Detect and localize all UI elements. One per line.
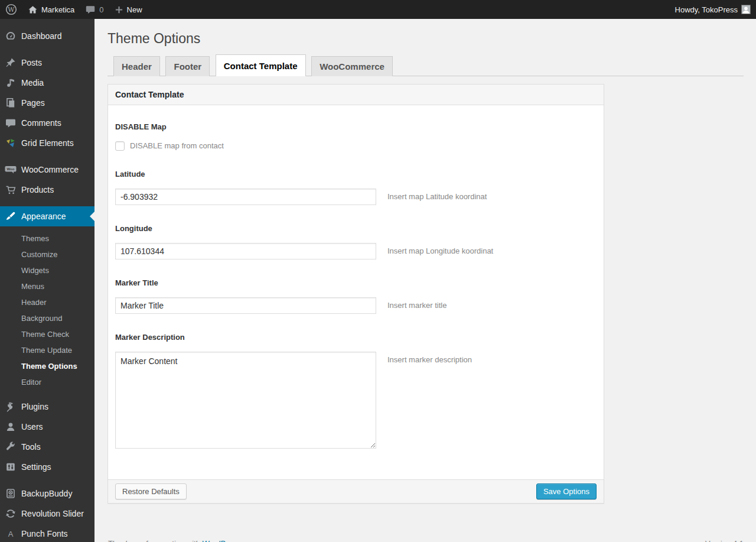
restore-defaults-button[interactable]: Restore Defaults [115, 483, 187, 499]
sidebar-item-pages[interactable]: Pages [0, 93, 94, 113]
sidebar-item-label: Appearance [21, 212, 66, 221]
marker-title-input[interactable] [115, 297, 376, 314]
svg-text:A: A [8, 530, 14, 538]
home-icon [28, 5, 38, 15]
media-icon [0, 77, 21, 89]
site-name-menu[interactable]: Marketica [22, 0, 80, 19]
sidebar-item-label: Settings [21, 462, 51, 472]
checkbox-label: DISABLE map from contact [130, 141, 224, 150]
sidebar-item-label: Products [21, 185, 54, 194]
sidebar-item-dashboard[interactable]: Dashboard [0, 26, 94, 46]
control-row: Insert marker title [115, 297, 597, 314]
dashboard-icon [0, 30, 21, 42]
howdy-text: Howdy, TokoPress [675, 5, 738, 14]
tab-footer[interactable]: Footer [165, 56, 210, 76]
submenu-item-widgets[interactable]: Widgets [0, 262, 94, 278]
submenu-item-theme-update[interactable]: Theme Update [0, 342, 94, 358]
tab-woocommerce[interactable]: WooCommerce [311, 56, 393, 76]
latitude-field: Latitude Insert map Latitude koordinat [115, 170, 597, 205]
checkbox-row: DISABLE map from contact [115, 141, 597, 151]
submenu-item-background[interactable]: Background [0, 310, 94, 326]
field-label: Longitude [115, 224, 597, 233]
main-content: Theme Options Header Footer Contact Temp… [94, 19, 756, 542]
new-content-menu[interactable]: New [109, 0, 148, 19]
tab-bar: Header Footer Contact Template WooCommer… [107, 54, 744, 76]
sidebar-item-label: Tools [21, 442, 41, 452]
thanks-text: Thank you for creating with WordPress. [107, 539, 242, 542]
svg-text:W: W [8, 6, 15, 14]
plus-icon [115, 5, 123, 14]
contact-template-panel: Contact Template DISABLE Map DISABLE map… [107, 84, 604, 504]
svg-text:Woo: Woo [7, 167, 15, 171]
comments-icon [0, 117, 21, 129]
my-account-menu[interactable]: Howdy, TokoPress [670, 0, 756, 19]
sidebar-item-grid-elements[interactable]: Grid Elements [0, 133, 94, 153]
wordpress-logo-icon: W [5, 4, 17, 15]
refresh-cycle-icon [0, 508, 21, 520]
sidebar-item-label: Plugins [21, 402, 48, 411]
longitude-input[interactable] [115, 243, 376, 259]
wordpress-menu[interactable]: W [0, 0, 22, 19]
pages-icon [0, 97, 21, 109]
submenu-item-theme-check[interactable]: Theme Check [0, 326, 94, 342]
sidebar-item-label: Comments [21, 118, 61, 128]
wordpress-link[interactable]: WordPress [202, 539, 240, 542]
tab-header[interactable]: Header [113, 56, 160, 76]
sidebar-item-backupbuddy[interactable]: BackupBuddy [0, 483, 94, 504]
sidebar-item-products[interactable]: Products [0, 180, 94, 200]
field-hint: Insert map Latitude koordinat [387, 189, 487, 201]
disable-map-checkbox[interactable] [115, 141, 125, 151]
sidebar-separator [0, 46, 94, 53]
comments-menu[interactable]: 0 [80, 0, 109, 19]
field-hint: Insert marker description [387, 352, 472, 364]
thanks-prefix: Thank you for creating with [107, 539, 202, 542]
sidebar-item-users[interactable]: Users [0, 417, 94, 437]
submenu-item-header[interactable]: Header [0, 294, 94, 310]
sidebar-item-woocommerce[interactable]: Woo WooCommerce [0, 160, 94, 180]
site-name: Marketica [41, 5, 74, 14]
sidebar-item-label: Revolution Slider [21, 509, 84, 518]
sidebar-item-punch-fonts[interactable]: A Punch Fonts [0, 524, 94, 542]
backupbuddy-icon [0, 488, 21, 499]
submenu-item-customize[interactable]: Customize [0, 246, 94, 262]
plugin-icon [0, 401, 21, 413]
longitude-field: Longitude Insert map Longitude koordinat [115, 224, 597, 259]
sidebar-separator [0, 153, 94, 160]
disable-map-field: DISABLE Map DISABLE map from contact [115, 122, 597, 151]
admin-bar: W Marketica 0 New Howdy, TokoPress [0, 0, 756, 19]
sidebar-item-revolution-slider[interactable]: Revolution Slider [0, 504, 94, 524]
woocommerce-icon: Woo [0, 164, 21, 176]
field-hint: Insert marker title [387, 297, 447, 310]
sidebar-item-media[interactable]: Media [0, 73, 94, 93]
sidebar-item-label: Dashboard [21, 31, 62, 41]
save-options-button[interactable]: Save Options [536, 483, 597, 499]
sidebar-item-tools[interactable]: Tools [0, 437, 94, 457]
sidebar-item-label: Posts [21, 58, 42, 67]
submenu-item-themes[interactable]: Themes [0, 231, 94, 246]
version-text: Version 4.1 [705, 539, 744, 542]
page-footer: Thank you for creating with WordPress. V… [107, 504, 744, 542]
sidebar-item-label: Grid Elements [21, 138, 74, 148]
page-title: Theme Options [107, 19, 744, 54]
marker-description-field: Marker Description Insert marker descrip… [115, 333, 597, 449]
sidebar-item-label: Users [21, 422, 43, 431]
latitude-input[interactable] [115, 189, 376, 205]
panel-footer: Restore Defaults Save Options [108, 479, 604, 503]
sidebar-item-posts[interactable]: Posts [0, 53, 94, 73]
sidebar-item-plugins[interactable]: Plugins [0, 397, 94, 417]
submenu-item-theme-options[interactable]: Theme Options [0, 358, 94, 374]
sidebar-item-label: Punch Fonts [21, 529, 68, 538]
field-label: Marker Description [115, 333, 597, 342]
submenu-item-menus[interactable]: Menus [0, 278, 94, 294]
new-label: New [127, 5, 142, 14]
field-label: DISABLE Map [115, 122, 597, 131]
tab-contact-template[interactable]: Contact Template [216, 54, 306, 76]
submenu-item-editor[interactable]: Editor [0, 374, 94, 390]
sidebar-item-comments[interactable]: Comments [0, 113, 94, 133]
cart-icon [0, 184, 21, 196]
marker-description-textarea[interactable] [115, 352, 376, 449]
sidebar-item-settings[interactable]: Settings [0, 457, 94, 477]
wrench-icon [0, 441, 21, 453]
admin-sidebar: Dashboard Posts Media Pages Comments [0, 19, 94, 542]
sidebar-item-appearance[interactable]: Appearance [0, 206, 94, 226]
